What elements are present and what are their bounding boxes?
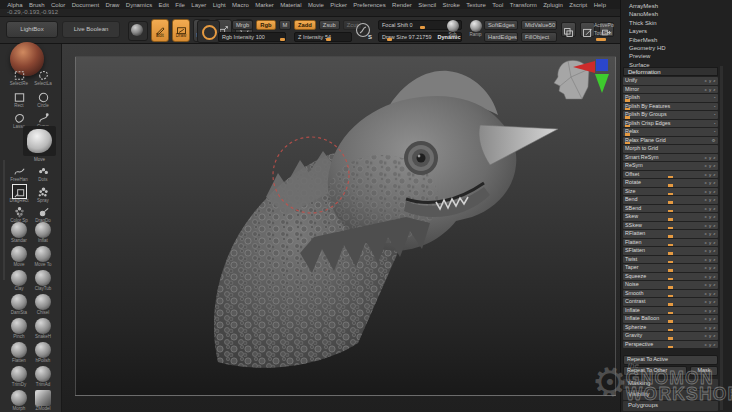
brush-flatten[interactable]: Flatten <box>7 342 31 364</box>
dots-button[interactable]: Dots <box>31 164 55 183</box>
brush-chisel[interactable]: Chisel <box>31 294 55 316</box>
deform-flatten[interactable]: Flattenx y z <box>623 239 718 247</box>
deform-axis-toggles[interactable]: x y z <box>704 273 716 281</box>
deform-polish-crisp-edges[interactable]: Polish Crisp Edges• <box>623 120 718 128</box>
spray-button[interactable]: Spray <box>31 185 55 204</box>
deform-axis-toggles[interactable]: x y z <box>704 264 716 272</box>
deform-resym[interactable]: ReSymx y z <box>623 162 718 170</box>
deform-polish[interactable]: Polish• <box>623 94 718 102</box>
brush-snakeh[interactable]: SnakeH <box>31 318 55 340</box>
slider-handle[interactable] <box>668 261 673 264</box>
repeat-to-active-button[interactable]: Repeat To Active <box>623 355 718 365</box>
deform-smooth[interactable]: Smoothx y z <box>623 290 718 298</box>
slider-handle[interactable] <box>668 303 673 306</box>
deform-axis-toggles[interactable]: ⚙ <box>712 137 716 145</box>
deform-axis-toggles[interactable]: • <box>714 111 716 119</box>
brush-hpolish[interactable]: hPolish <box>31 342 55 364</box>
rgb-button[interactable]: Rgb <box>256 20 275 30</box>
fillobject-button[interactable]: FillObject <box>521 32 557 42</box>
brush-morph[interactable]: Morph <box>7 390 31 412</box>
deform-gravity[interactable]: Gravityx y z <box>623 332 718 340</box>
slider-handle[interactable] <box>668 252 673 255</box>
deform-axis-toggles[interactable]: • <box>714 103 716 111</box>
brush-claytub[interactable]: ClayTub <box>31 270 55 292</box>
panel-menu-geometry-hd[interactable]: Geometry HD <box>629 44 719 52</box>
slider-handle[interactable] <box>625 142 630 145</box>
panel-menu-preview[interactable]: Preview <box>629 52 719 60</box>
menu-item-material[interactable]: Material <box>277 1 305 9</box>
slider-handle[interactable] <box>668 295 673 298</box>
deform-axis-toggles[interactable]: x y z <box>704 205 716 213</box>
slider-handle[interactable] <box>668 312 673 315</box>
zadd-button[interactable]: Zadd <box>294 20 316 30</box>
menu-item-texture[interactable]: Texture <box>463 1 489 9</box>
brush-trimdy[interactable]: TrimDy <box>7 366 31 388</box>
deform-axis-toggles[interactable]: x y z <box>704 290 716 298</box>
slider-handle[interactable] <box>668 218 673 221</box>
viewport[interactable] <box>62 44 620 412</box>
sub-material[interactable]: Sub <box>444 20 461 38</box>
menu-item-edit[interactable]: Edit <box>155 1 172 9</box>
menu-item-color[interactable]: Color <box>48 1 69 9</box>
menu-item-render[interactable]: Render <box>389 1 415 9</box>
deform-size[interactable]: Sizex y z <box>623 188 718 196</box>
deform-axis-toggles[interactable]: x y z <box>704 324 716 332</box>
menu-item-movie[interactable]: Movie <box>305 1 327 9</box>
slider-handle[interactable] <box>668 286 673 289</box>
slider-handle[interactable] <box>280 38 285 41</box>
deform-sskew[interactable]: SSkewx y z <box>623 222 718 230</box>
deform-polish-by-features[interactable]: Polish By Features• <box>623 103 718 111</box>
deform-axis-toggles[interactable]: x y z <box>704 196 716 204</box>
panel-menu-layers[interactable]: Layers <box>629 27 719 35</box>
deform-smart-resym[interactable]: Smart ReSymx y z <box>623 154 718 162</box>
deform-axis-toggles[interactable]: x y z <box>704 213 716 221</box>
menu-item-draw[interactable]: Draw <box>102 1 122 9</box>
deform-taper[interactable]: Taperx y z <box>623 264 718 272</box>
brush-clay[interactable]: Clay <box>7 270 31 292</box>
deform-axis-toggles[interactable]: • <box>714 120 716 128</box>
slider-handle[interactable] <box>668 176 673 179</box>
slider-handle[interactable] <box>625 99 630 102</box>
brush-trimad[interactable]: TrimAd <box>31 366 55 388</box>
lightbox-button[interactable]: LightBox <box>6 21 58 38</box>
deform-perspective[interactable]: Perspectivex y z <box>623 341 718 349</box>
z-intensity-slider[interactable]: Z Intensity 54 <box>294 32 352 42</box>
menu-item-zscript[interactable]: Zscript <box>566 1 590 9</box>
selectla-button[interactable]: SelectLa <box>31 68 55 87</box>
deform-axis-toggles[interactable]: x y z <box>704 332 716 340</box>
slider-handle[interactable] <box>668 227 673 230</box>
deform-noise[interactable]: Noisex y z <box>623 281 718 289</box>
deform-axis-toggles[interactable]: x y z <box>704 162 716 170</box>
menu-item-dynamics[interactable]: Dynamics <box>123 1 156 9</box>
deform-axis-toggles[interactable]: x y z <box>704 307 716 315</box>
deform-twist[interactable]: Twistx y z <box>623 256 718 264</box>
menu-item-stencil[interactable]: Stencil <box>415 1 439 9</box>
deform-offset[interactable]: Offsetx y z <box>623 171 718 179</box>
menu-item-alpha[interactable]: Alpha <box>4 1 26 9</box>
deform-inflate-balloon[interactable]: Inflate Balloonx y z <box>623 315 718 323</box>
panel-menu-fibermesh[interactable]: FiberMesh <box>629 36 719 44</box>
midvalue50-button[interactable]: MidValue50 <box>521 20 557 30</box>
deform-axis-toggles[interactable]: x y z <box>704 154 716 162</box>
dragdo-button[interactable]: DragDo <box>31 205 55 224</box>
deform-axis-toggles[interactable]: x y z <box>704 247 716 255</box>
slider-handle[interactable] <box>668 235 673 238</box>
menu-item-macro[interactable]: Macro <box>229 1 252 9</box>
stroke-curve-icon[interactable]: S <box>354 21 373 40</box>
deform-relax[interactable]: Relax• <box>623 128 718 136</box>
deform-axis-toggles[interactable]: x y z <box>704 230 716 238</box>
brush-standar[interactable]: Standar <box>7 222 31 244</box>
slider-handle[interactable] <box>625 116 630 119</box>
repeat-to-other-button[interactable]: Repeat To Other <box>623 366 687 376</box>
deform-axis-toggles[interactable]: x y z <box>704 341 716 349</box>
deform-rotate[interactable]: Rotatex y z <box>623 179 718 187</box>
panel-menu-thick-skin[interactable]: Thick Skin <box>629 19 719 27</box>
menu-item-marker[interactable]: Marker <box>252 1 277 9</box>
mesh-sphere-icon[interactable] <box>128 21 148 41</box>
deform-contrast[interactable]: Contrastx y z <box>623 298 718 306</box>
menu-item-preferences[interactable]: Preferences <box>350 1 389 9</box>
brush-move[interactable]: Move <box>7 246 31 268</box>
mrgb-button[interactable]: Mrgb <box>232 20 253 30</box>
panel-menu-masking[interactable]: Masking <box>623 379 718 389</box>
deform-unify[interactable]: Unifyx y z <box>623 77 718 85</box>
